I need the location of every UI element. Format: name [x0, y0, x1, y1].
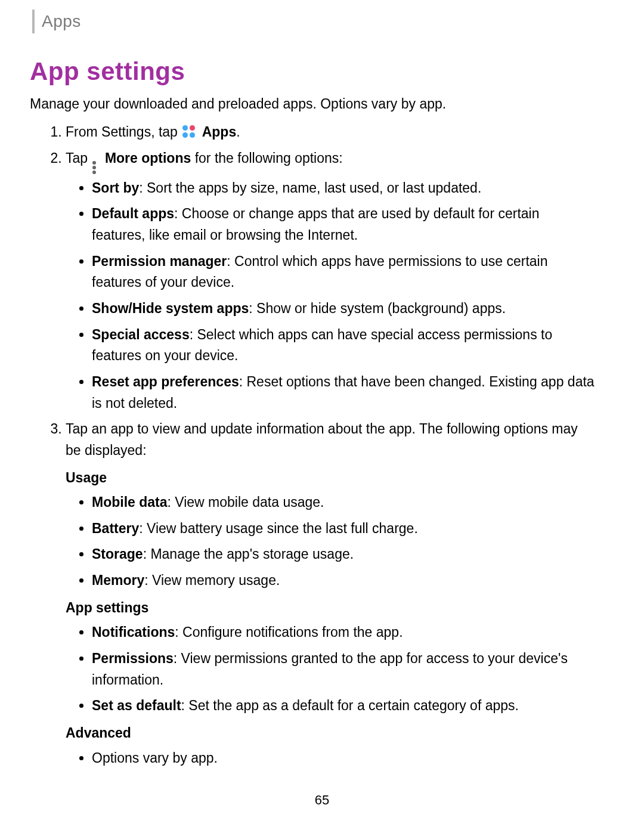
- app-settings-list: Notifications: Configure notifications f…: [66, 622, 596, 717]
- usage-battery-desc: : View battery usage since the last full…: [139, 521, 418, 536]
- option-special-access: Special access: Select which apps can ha…: [92, 324, 596, 367]
- step-2-more-label: More options: [105, 150, 191, 166]
- usage-mobile-data: Mobile data: View mobile data usage.: [92, 492, 596, 513]
- usage-list: Mobile data: View mobile data usage. Bat…: [66, 492, 596, 592]
- usage-mobile-data-desc: : View mobile data usage.: [168, 494, 324, 510]
- usage-memory: Memory: View memory usage.: [92, 570, 596, 592]
- advanced-item-text: Options vary by app.: [92, 750, 218, 766]
- advanced-item: Options vary by app.: [92, 748, 596, 769]
- step-2-tail: for the following options:: [191, 150, 342, 166]
- section-header-text: Apps: [42, 12, 81, 31]
- advanced-list: Options vary by app.: [66, 748, 596, 769]
- option-sort-by-desc: : Sort the apps by size, name, last used…: [139, 180, 481, 196]
- step-3-text: Tap an app to view and update informatio…: [66, 421, 578, 458]
- step-1-apps-label: Apps: [202, 124, 237, 140]
- more-options-icon: [92, 161, 97, 174]
- appset-notifications-desc: : Configure notifications from the app.: [175, 624, 402, 640]
- section-header: Apps: [32, 10, 596, 33]
- option-permission-manager: Permission manager: Control which apps h…: [92, 251, 596, 293]
- page-title: App settings: [30, 57, 596, 86]
- appset-notifications-title: Notifications: [92, 624, 175, 640]
- option-reset-prefs-title: Reset app preferences: [92, 374, 239, 389]
- manual-page: Apps App settings Manage your downloaded…: [0, 0, 644, 833]
- step-1: From Settings, tap Apps.: [66, 122, 596, 143]
- option-show-hide-desc: : Show or hide system (background) apps.: [249, 301, 506, 316]
- intro-text: Manage your downloaded and preloaded app…: [30, 94, 596, 113]
- step-3: Tap an app to view and update informatio…: [66, 419, 596, 769]
- option-reset-prefs: Reset app preferences: Reset options tha…: [92, 371, 596, 414]
- usage-storage-title: Storage: [92, 546, 143, 562]
- step-2: Tap More options for the following optio…: [66, 148, 596, 414]
- option-default-apps-title: Default apps: [92, 206, 174, 221]
- appset-notifications: Notifications: Configure notifications f…: [92, 622, 596, 643]
- step-1-tail: .: [236, 124, 240, 140]
- option-show-hide-title: Show/Hide system apps: [92, 301, 249, 316]
- option-special-access-title: Special access: [92, 327, 190, 342]
- usage-storage: Storage: Manage the app's storage usage.: [92, 544, 596, 565]
- option-sort-by: Sort by: Sort the apps by size, name, la…: [92, 178, 596, 199]
- more-options-list: Sort by: Sort the apps by size, name, la…: [66, 178, 596, 414]
- usage-heading: Usage: [66, 467, 596, 489]
- appset-permissions-title: Permissions: [92, 651, 174, 666]
- usage-storage-desc: : Manage the app's storage usage.: [143, 546, 354, 562]
- page-number: 65: [0, 792, 644, 808]
- usage-battery-title: Battery: [92, 521, 139, 536]
- advanced-heading: Advanced: [66, 723, 596, 744]
- option-sort-by-title: Sort by: [92, 180, 139, 196]
- appset-set-default: Set as default: Set the app as a default…: [92, 695, 596, 717]
- usage-memory-desc: : View memory usage.: [144, 572, 280, 588]
- appset-set-default-title: Set as default: [92, 698, 181, 713]
- app-settings-heading: App settings: [66, 597, 596, 619]
- appset-set-default-desc: : Set the app as a default for a certain…: [181, 698, 519, 713]
- option-default-apps: Default apps: Choose or change apps that…: [92, 203, 596, 246]
- option-permission-manager-title: Permission manager: [92, 253, 227, 269]
- usage-memory-title: Memory: [92, 572, 144, 588]
- header-bar-icon: [32, 10, 35, 33]
- option-show-hide: Show/Hide system apps: Show or hide syst…: [92, 298, 596, 320]
- usage-mobile-data-title: Mobile data: [92, 494, 168, 510]
- step-2-pre: Tap: [66, 150, 88, 166]
- steps-list: From Settings, tap Apps. Tap More option…: [30, 122, 596, 769]
- usage-battery: Battery: View battery usage since the la…: [92, 518, 596, 540]
- appset-permissions: Permissions: View permissions granted to…: [92, 648, 596, 690]
- apps-grid-icon: [182, 125, 196, 138]
- step-1-pre: From Settings, tap: [66, 124, 178, 140]
